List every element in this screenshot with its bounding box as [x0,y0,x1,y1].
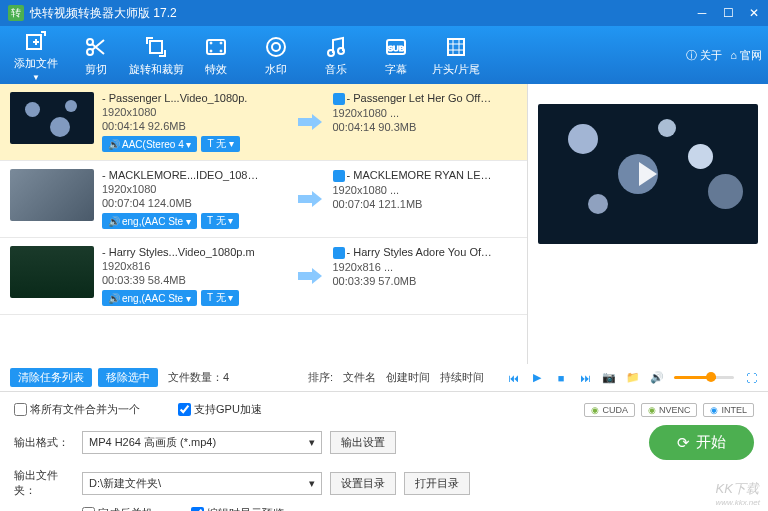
toolbar-subtitle[interactable]: SUB 字幕 [366,28,426,82]
music-icon [323,34,349,60]
app-logo: 转 [8,5,24,21]
output-settings-button[interactable]: 输出设置 [330,431,396,454]
cuda-badge: ◉CUDA [584,403,635,417]
speaker-icon: 🔊 [108,139,120,150]
toolbar-watermark[interactable]: 水印 [246,28,306,82]
sort-filename[interactable]: 文件名 [343,370,376,385]
effects-icon [203,34,229,60]
edit-icon[interactable] [333,247,345,259]
prev-button[interactable]: ⏮ [506,371,520,385]
edit-icon[interactable] [333,93,345,105]
toolbar-music[interactable]: 音乐 [306,28,366,82]
toolbar-rotate-crop[interactable]: 旋转和裁剪 [126,28,186,82]
open-dir-button[interactable]: 打开目录 [404,472,470,495]
source-title: - MACKLEMORE...IDEO_1080p.m [102,169,262,181]
subtitle-badge[interactable]: T 无 ▾ [201,290,239,306]
sort-duration[interactable]: 持续时间 [440,370,484,385]
website-link[interactable]: ⌂官网 [730,48,762,63]
about-link[interactable]: ⓘ关于 [686,48,722,63]
toolbar-intro-outro[interactable]: 片头/片尾 [426,28,486,82]
file-list: - Passenger L...Video_1080p. 1920x1080 0… [0,84,528,364]
svg-point-12 [338,48,344,54]
volume-icon[interactable]: 🔊 [650,371,664,385]
output-folder-select[interactable]: D:\新建文件夹\▾ [82,472,322,495]
intel-badge: ◉INTEL [703,403,754,417]
dest-title: - Harry Styles Adore You Official Vide [333,246,493,259]
svg-point-8 [220,50,222,52]
sort-label: 排序: [308,370,333,385]
scissors-icon [83,34,109,60]
subtitle-icon: SUB [383,34,409,60]
dest-title: - Passenger Let Her Go Official Video_ [333,92,493,105]
next-button[interactable]: ⏭ [578,371,592,385]
source-duration: 00:04:14 92.6MB [102,120,287,132]
svg-point-9 [267,38,285,56]
sort-created[interactable]: 创建时间 [386,370,430,385]
start-button[interactable]: ⟳开始 [649,425,754,460]
nvenc-badge: ◉NVENC [641,403,698,417]
fullscreen-button[interactable]: ⛶ [744,371,758,385]
toolbar-add-file[interactable]: 添加文件▼ [6,28,66,82]
dest-duration: 00:04:14 90.3MB [333,121,518,133]
arrow-icon [295,92,325,152]
svg-point-10 [272,43,280,51]
snapshot-button[interactable]: 📷 [602,371,616,385]
chevron-down-icon: ▾ [309,436,315,449]
remove-selected-button[interactable]: 移除选中 [98,368,158,387]
audio-badge[interactable]: 🔊AAC(Stereo 4 ▾ [102,136,197,152]
stop-button[interactable]: ■ [554,371,568,385]
rotate-icon [143,34,169,60]
list-item[interactable]: - Harry Styles...Video_1080p.m 1920x816 … [0,238,527,315]
window-title: 快转视频转换器大师版 17.2 [30,5,696,22]
output-format-label: 输出格式： [14,435,74,450]
arrow-icon [295,169,325,229]
file-count: 文件数量：4 [168,370,229,385]
play-button[interactable]: ▶ [530,371,544,385]
minimize-button[interactable]: ─ [696,7,708,19]
output-folder-label: 输出文件夹： [14,468,74,498]
toolbar-cut[interactable]: 剪切 [66,28,126,82]
list-item[interactable]: - Passenger L...Video_1080p. 1920x1080 0… [0,84,527,161]
source-title: - Harry Styles...Video_1080p.m [102,246,262,258]
watermark-icon [263,34,289,60]
close-button[interactable]: ✕ [748,7,760,19]
video-thumbnail[interactable] [10,92,94,144]
preview-video[interactable] [538,104,758,244]
film-icon [443,34,469,60]
dest-resolution: 1920x1080 ... [333,107,518,119]
list-item[interactable]: - MACKLEMORE...IDEO_1080p.m 1920x1080 00… [0,161,527,238]
dest-duration: 00:07:04 121.1MB [333,198,518,210]
gpu-checkbox[interactable]: 支持GPU加速 [178,402,262,417]
refresh-icon: ⟳ [677,434,690,452]
svg-point-7 [220,42,222,44]
video-thumbnail[interactable] [10,246,94,298]
dest-resolution: 1920x816 ... [333,261,518,273]
subtitle-badge[interactable]: T 无 ▾ [201,136,239,152]
speaker-icon: 🔊 [108,216,120,227]
subtitle-badge[interactable]: T 无 ▾ [201,213,239,229]
audio-badge[interactable]: 🔊eng,(AAC Ste ▾ [102,213,197,229]
volume-slider[interactable] [674,376,734,379]
output-format-select[interactable]: MP4 H264 高画质 (*.mp4)▾ [82,431,322,454]
chevron-down-icon: ▾ [309,477,315,490]
edit-icon[interactable] [333,170,345,182]
toolbar-effects[interactable]: 特效 [186,28,246,82]
set-dir-button[interactable]: 设置目录 [330,472,396,495]
home-icon: ⌂ [730,49,737,61]
source-resolution: 1920x1080 [102,183,287,195]
clear-list-button[interactable]: 清除任务列表 [10,368,92,387]
source-resolution: 1920x1080 [102,106,287,118]
source-title: - Passenger L...Video_1080p. [102,92,262,104]
svg-rect-3 [150,41,162,53]
merge-checkbox[interactable]: 将所有文件合并为一个 [14,402,140,417]
audio-badge[interactable]: 🔊eng,(AAC Ste ▾ [102,290,197,306]
edit-preview-checkbox[interactable]: 编辑时显示预览 [191,506,284,511]
speaker-icon: 🔊 [108,293,120,304]
open-folder-button[interactable]: 📁 [626,371,640,385]
svg-text:SUB: SUB [388,44,404,53]
maximize-button[interactable]: ☐ [722,7,734,19]
play-icon[interactable] [639,162,657,186]
svg-rect-4 [207,40,225,54]
shutdown-checkbox[interactable]: 完成后关机 [82,506,153,511]
video-thumbnail[interactable] [10,169,94,221]
